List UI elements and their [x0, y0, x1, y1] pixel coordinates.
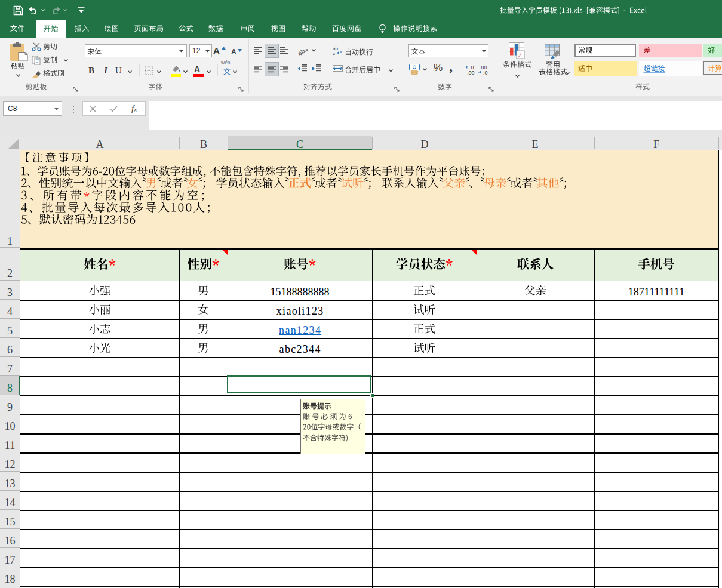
svg-text:.0: .0 — [483, 70, 488, 75]
svg-text:.00: .00 — [467, 70, 475, 75]
svg-text:c: c — [333, 51, 335, 55]
svg-text:≠: ≠ — [518, 51, 523, 59]
